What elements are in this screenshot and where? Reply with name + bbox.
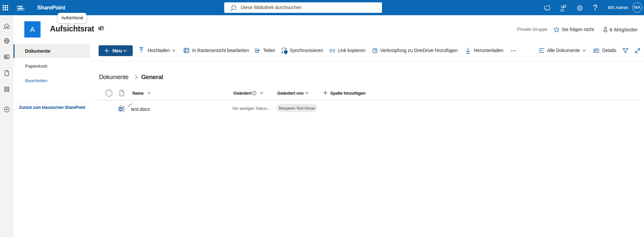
svg-text:W: W — [119, 108, 122, 111]
